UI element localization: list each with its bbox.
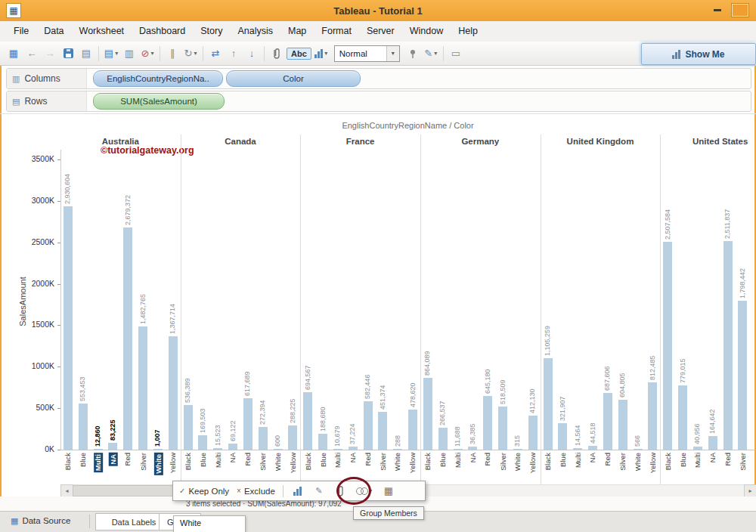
x-tick-label-red[interactable]: Red bbox=[124, 453, 133, 466]
bar-france-na[interactable] bbox=[349, 447, 358, 450]
column-header-united-states[interactable]: United States bbox=[660, 137, 756, 146]
x-tick-label-black[interactable]: Black bbox=[184, 453, 193, 470]
bar-germany-silver[interactable] bbox=[498, 407, 507, 450]
x-tick-label-blue[interactable]: Blue bbox=[559, 453, 568, 467]
x-tick-label-blue[interactable]: Blue bbox=[319, 453, 328, 467]
x-tick-label-yellow[interactable]: Yellow bbox=[169, 453, 178, 473]
column-header-united-kingdom[interactable]: United Kingdom bbox=[541, 137, 661, 146]
x-tick-label-white[interactable]: White bbox=[153, 453, 163, 475]
bar-france-yellow[interactable] bbox=[408, 410, 417, 450]
scroll-right-button[interactable]: ▸ bbox=[744, 484, 756, 497]
x-tick-label-black[interactable]: Black bbox=[423, 453, 432, 470]
x-tick-label-white[interactable]: White bbox=[634, 453, 643, 471]
bar-united-states-multi[interactable] bbox=[693, 447, 702, 450]
bar-united-states-blue[interactable] bbox=[678, 385, 687, 450]
bar-united-kingdom-silver[interactable] bbox=[618, 400, 627, 450]
x-tick-label-multi[interactable]: Multi bbox=[94, 453, 103, 472]
x-tick-label-yellow[interactable]: Yellow bbox=[289, 453, 298, 473]
bar-united-kingdom-red[interactable] bbox=[603, 393, 612, 450]
x-tick-label-na[interactable]: NA bbox=[708, 453, 717, 462]
x-tick-label-white[interactable]: White bbox=[394, 453, 403, 471]
x-tick-label-na[interactable]: NA bbox=[109, 453, 118, 466]
x-tick-label-silver[interactable]: Silver bbox=[499, 453, 508, 471]
bar-canada-na[interactable] bbox=[228, 444, 237, 450]
bar-united-states-na[interactable] bbox=[708, 436, 717, 450]
x-tick-label-silver[interactable]: Silver bbox=[139, 453, 148, 471]
bar-france-silver[interactable] bbox=[378, 412, 387, 450]
bar-germany-multi[interactable] bbox=[454, 449, 463, 450]
bar-canada-silver[interactable] bbox=[259, 427, 268, 450]
x-tick-label-multi[interactable]: Multi bbox=[214, 453, 223, 468]
exclude-button[interactable]: × Exclude bbox=[237, 487, 275, 496]
x-tick-label-silver[interactable]: Silver bbox=[379, 453, 388, 471]
bar-canada-blue[interactable] bbox=[198, 435, 207, 450]
bar-france-blue[interactable] bbox=[318, 434, 327, 450]
x-tick-label-na[interactable]: NA bbox=[589, 453, 598, 462]
x-tick-label-yellow[interactable]: Yellow bbox=[409, 453, 418, 473]
x-tick-label-blue[interactable]: Blue bbox=[679, 453, 688, 467]
x-tick-label-red[interactable]: Red bbox=[484, 453, 493, 466]
x-tick-label-black[interactable]: Black bbox=[64, 453, 73, 470]
bar-france-red[interactable] bbox=[364, 401, 373, 450]
column-header-france[interactable]: France bbox=[300, 137, 420, 146]
bar-united-kingdom-na[interactable] bbox=[588, 446, 597, 450]
bar-australia-blue[interactable] bbox=[79, 404, 88, 450]
mark-label-button[interactable] bbox=[291, 484, 305, 498]
column-header-canada[interactable]: Canada bbox=[181, 137, 301, 146]
keep-only-button[interactable]: ✓ Keep Only bbox=[179, 487, 229, 496]
bar-canada-black[interactable] bbox=[184, 405, 193, 450]
x-tick-label-blue[interactable]: Blue bbox=[438, 453, 448, 467]
bar-germany-white[interactable] bbox=[513, 449, 522, 450]
bar-united-kingdom-black[interactable] bbox=[544, 358, 553, 450]
x-tick-label-red[interactable]: Red bbox=[243, 453, 253, 466]
view-data-button[interactable]: ▦ bbox=[382, 484, 395, 498]
x-tick-label-na[interactable]: NA bbox=[229, 453, 238, 462]
bar-australia-na[interactable] bbox=[108, 443, 117, 450]
bar-australia-red[interactable] bbox=[123, 227, 132, 450]
scroll-left-button[interactable]: ◂ bbox=[60, 484, 73, 497]
x-tick-label-black[interactable]: Black bbox=[664, 453, 673, 470]
bar-australia-yellow[interactable] bbox=[169, 336, 178, 450]
bar-united-kingdom-multi[interactable] bbox=[573, 448, 582, 450]
x-tick-label-black[interactable]: Black bbox=[544, 453, 553, 470]
x-tick-label-white[interactable]: White bbox=[513, 453, 522, 471]
bar-australia-multi[interactable] bbox=[94, 449, 103, 450]
bar-canada-yellow[interactable] bbox=[288, 425, 297, 450]
bar-united-kingdom-yellow[interactable] bbox=[648, 382, 657, 450]
highlight-marks-button[interactable]: ✎ bbox=[312, 484, 326, 498]
x-tick-label-red[interactable]: Red bbox=[364, 453, 373, 466]
bar-canada-multi[interactable] bbox=[213, 448, 222, 450]
x-tick-label-multi[interactable]: Multi bbox=[693, 453, 702, 468]
bar-united-states-black[interactable] bbox=[663, 242, 672, 450]
bar-germany-red[interactable] bbox=[483, 396, 492, 450]
x-tick-label-silver[interactable]: Silver bbox=[739, 453, 748, 471]
bar-canada-white[interactable] bbox=[274, 449, 283, 450]
x-tick-label-na[interactable]: NA bbox=[469, 453, 478, 462]
bar-united-kingdom-blue[interactable] bbox=[558, 423, 567, 450]
x-tick-label-blue[interactable]: Blue bbox=[199, 453, 208, 467]
bar-germany-black[interactable] bbox=[423, 378, 432, 450]
bar-united-states-red[interactable] bbox=[723, 241, 733, 450]
x-tick-label-silver[interactable]: Silver bbox=[618, 453, 627, 471]
bar-germany-na[interactable] bbox=[468, 447, 477, 450]
bar-australia-black[interactable] bbox=[64, 206, 73, 450]
bar-australia-silver[interactable] bbox=[138, 326, 147, 450]
x-tick-label-multi[interactable]: Multi bbox=[454, 453, 463, 468]
bar-france-multi[interactable] bbox=[333, 449, 342, 450]
x-tick-label-na[interactable]: NA bbox=[349, 453, 358, 462]
bar-canada-red[interactable] bbox=[243, 398, 253, 450]
bar-france-white[interactable] bbox=[393, 449, 402, 450]
tab-data-source[interactable]: ▦ Data Source bbox=[5, 515, 76, 527]
column-header-germany[interactable]: Germany bbox=[420, 137, 541, 146]
x-tick-label-red[interactable]: Red bbox=[723, 453, 733, 466]
bar-france-black[interactable] bbox=[303, 392, 312, 450]
bar-united-states-silver[interactable] bbox=[738, 301, 747, 450]
x-tick-label-yellow[interactable]: Yellow bbox=[649, 453, 658, 473]
x-tick-label-white[interactable]: White bbox=[274, 453, 283, 471]
bar-united-kingdom-white[interactable] bbox=[634, 449, 643, 450]
x-tick-label-silver[interactable]: Silver bbox=[259, 453, 268, 471]
bar-germany-blue[interactable] bbox=[438, 428, 448, 450]
bar-germany-yellow[interactable] bbox=[528, 416, 538, 450]
x-tick-label-yellow[interactable]: Yellow bbox=[528, 453, 538, 473]
x-tick-label-multi[interactable]: Multi bbox=[574, 453, 583, 468]
